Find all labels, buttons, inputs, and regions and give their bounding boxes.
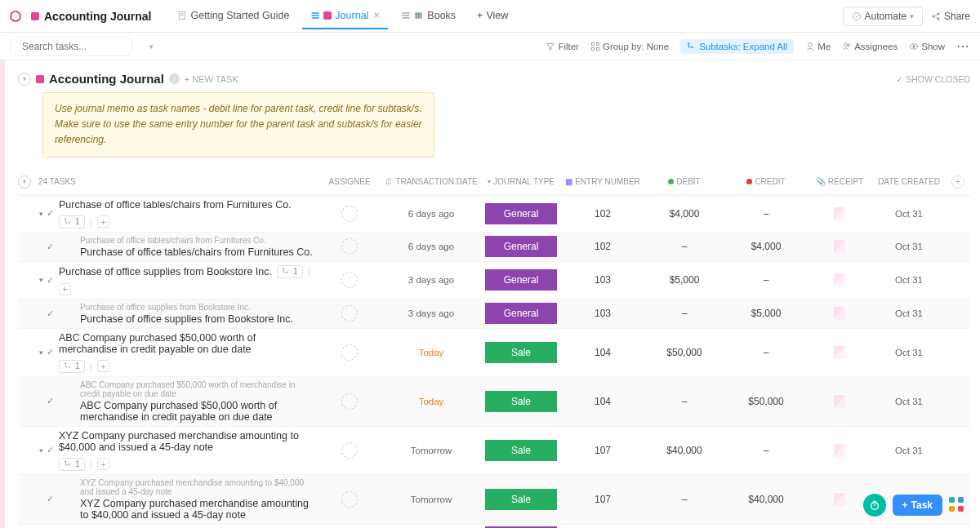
task-row[interactable]: ▾✓Purchase of office tables/chairs from … xyxy=(18,196,970,233)
new-task-button[interactable]: + NEW TASK xyxy=(185,74,238,84)
entry-number-cell[interactable]: 103 xyxy=(562,274,644,286)
add-subtask-button[interactable]: + xyxy=(97,215,109,228)
task-name[interactable]: Purchase of office tables/chairs from Fu… xyxy=(80,246,313,258)
credit-cell[interactable]: $4,000 xyxy=(725,241,807,252)
chevron-down-icon[interactable]: ▾ xyxy=(149,42,154,51)
assignee-placeholder[interactable] xyxy=(341,272,358,288)
col-credit[interactable]: CREDIT xyxy=(725,177,807,186)
debit-cell[interactable]: – xyxy=(644,241,725,252)
tab-getting-started[interactable]: Getting Started Guide xyxy=(169,3,297,29)
col-journal-type[interactable]: ▾JOURNAL TYPE xyxy=(480,177,562,186)
show-button[interactable]: Show xyxy=(909,42,945,51)
subtask-count-badge[interactable]: 1 xyxy=(59,360,85,373)
subtask-row[interactable]: ✓ABC Company purchased $50,000 worth of … xyxy=(18,377,970,427)
collapse-toggle[interactable]: ▾ xyxy=(18,73,31,86)
receipt-attachment-icon[interactable] xyxy=(834,395,845,408)
assignee-placeholder[interactable] xyxy=(341,491,358,508)
debit-cell[interactable]: – xyxy=(644,396,725,407)
col-entry-number[interactable]: ▦ENTRY NUMBER xyxy=(562,177,644,186)
entry-number-cell[interactable]: 107 xyxy=(562,445,644,456)
subtask-row[interactable]: ✓Purchase of office supplies from Bookst… xyxy=(18,299,970,329)
journal-type-tag[interactable]: General xyxy=(485,236,557,257)
task-name[interactable]: Purchase of office tables/chairs from Fu… xyxy=(59,199,292,211)
apps-button[interactable] xyxy=(949,497,965,513)
credit-cell[interactable]: – xyxy=(725,347,807,358)
status-check-icon[interactable]: ✓ xyxy=(47,347,54,357)
entry-number-cell[interactable]: 107 xyxy=(562,494,644,505)
credit-cell[interactable]: $5,000 xyxy=(725,308,807,319)
status-check-icon[interactable]: ✓ xyxy=(47,208,54,219)
expand-toggle[interactable]: ▾ xyxy=(39,210,43,218)
status-check-icon[interactable]: ✓ xyxy=(47,445,54,455)
journal-type-tag[interactable]: Sale xyxy=(485,342,557,363)
info-icon[interactable]: i xyxy=(169,73,180,84)
debit-cell[interactable]: $4,000 xyxy=(644,208,725,220)
group-by-button[interactable]: Group by: None xyxy=(590,42,669,51)
entry-number-cell[interactable]: 102 xyxy=(562,208,644,220)
assignee-placeholder[interactable] xyxy=(341,238,358,255)
more-menu-button[interactable]: ⋯ xyxy=(956,38,970,54)
subtask-count-badge[interactable]: 1 xyxy=(59,215,85,229)
task-row[interactable]: ▾✓Purchase of office supplies from Books… xyxy=(18,262,970,299)
receipt-attachment-icon[interactable] xyxy=(834,207,845,220)
task-name[interactable]: XYZ Company purchased merchandise amount… xyxy=(59,430,317,453)
status-check-icon[interactable]: ✓ xyxy=(47,308,54,319)
task-row[interactable]: ▾✓ABC Company purchased $50,000 worth of… xyxy=(18,329,970,377)
debit-cell[interactable]: $5,000 xyxy=(644,274,725,286)
entry-number-cell[interactable]: 104 xyxy=(562,347,644,358)
add-subtask-button[interactable]: + xyxy=(59,283,71,295)
journal-type-tag[interactable]: Sale xyxy=(485,391,557,412)
show-closed-button[interactable]: ✓ SHOW CLOSED xyxy=(896,74,970,84)
transaction-date-cell[interactable]: Today xyxy=(382,397,480,406)
subtasks-button[interactable]: Subtasks: Expand All xyxy=(680,39,794,54)
status-check-icon[interactable]: ✓ xyxy=(47,494,54,504)
transaction-date-cell[interactable]: 6 days ago xyxy=(382,209,480,219)
receipt-attachment-icon[interactable] xyxy=(834,273,845,286)
subtask-count-badge[interactable]: 1 xyxy=(59,458,85,471)
task-name[interactable]: ABC Company purchased $50,000 worth of m… xyxy=(59,332,317,355)
credit-cell[interactable]: $50,000 xyxy=(725,396,807,407)
add-subtask-button[interactable]: + xyxy=(97,360,109,372)
status-check-icon[interactable]: ✓ xyxy=(47,275,54,286)
credit-cell[interactable]: $40,000 xyxy=(725,494,807,505)
debit-cell[interactable]: $50,000 xyxy=(644,347,725,358)
expand-toggle[interactable]: ▾ xyxy=(39,348,43,357)
transaction-date-cell[interactable]: Tomorrow xyxy=(382,495,480,504)
transaction-date-cell[interactable]: 3 days ago xyxy=(382,275,480,285)
assignee-placeholder[interactable] xyxy=(341,305,358,322)
task-row[interactable]: ▾✓XYZ Company purchased merchandise amou… xyxy=(18,427,970,475)
assignees-button[interactable]: Assignees xyxy=(842,42,898,51)
task-name[interactable]: Purchase of office supplies from Booksto… xyxy=(59,266,272,277)
assignee-placeholder[interactable] xyxy=(341,393,358,410)
assignee-placeholder[interactable] xyxy=(341,344,358,361)
subtask-row[interactable]: ✓Purchase of office tables/chairs from F… xyxy=(18,233,970,262)
new-task-fab[interactable]: + Task xyxy=(893,495,942,516)
transaction-date-cell[interactable]: Tomorrow xyxy=(382,446,480,455)
add-column-button[interactable]: + xyxy=(951,175,964,189)
credit-cell[interactable]: – xyxy=(725,445,807,456)
debit-cell[interactable]: – xyxy=(644,308,725,319)
assignee-placeholder[interactable] xyxy=(341,442,358,459)
task-name[interactable]: XYZ Company purchased merchandise amount… xyxy=(80,498,317,521)
col-date-created[interactable]: DATE CREATED xyxy=(872,177,946,186)
task-name[interactable]: ABC Company purchased $50,000 worth of m… xyxy=(80,400,317,423)
search-box[interactable]: ▾ xyxy=(10,37,132,56)
col-assignee[interactable]: ASSIGNEE xyxy=(317,177,382,186)
collapse-all-icon[interactable]: ▾ xyxy=(18,175,31,189)
expand-toggle[interactable]: ▾ xyxy=(39,446,43,455)
subtask-row[interactable]: ✓XYZ Company purchased merchandise amoun… xyxy=(18,475,970,525)
credit-cell[interactable]: – xyxy=(725,208,807,220)
receipt-attachment-icon[interactable] xyxy=(834,346,845,359)
status-check-icon[interactable]: ✓ xyxy=(47,242,54,252)
credit-cell[interactable]: – xyxy=(725,274,807,286)
tab-books[interactable]: Books xyxy=(393,3,464,29)
receipt-attachment-icon[interactable] xyxy=(834,240,845,253)
task-row[interactable]: ▾✓Purchased $250,000 inventory in cash1|… xyxy=(18,525,970,528)
search-input[interactable] xyxy=(22,41,145,52)
expand-toggle[interactable]: ▾ xyxy=(39,276,43,284)
col-debit[interactable]: DEBIT xyxy=(644,177,725,186)
journal-type-tag[interactable]: General xyxy=(485,303,557,324)
col-receipt[interactable]: 📎RECEIPT xyxy=(807,177,872,186)
entry-number-cell[interactable]: 104 xyxy=(562,396,644,407)
automate-button[interactable]: Automate ▾ xyxy=(843,7,923,26)
